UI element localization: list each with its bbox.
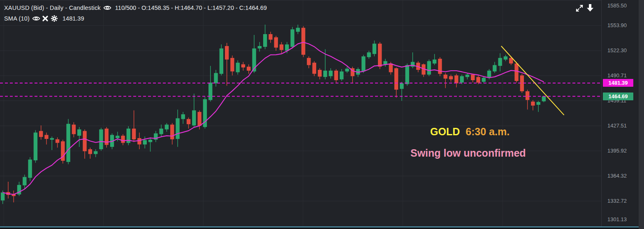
bottom-edge [0,227,644,229]
price-tick-label: 1553.90 [607,22,636,28]
candlestick-plot[interactable] [0,0,644,229]
eye-icon[interactable] [32,14,40,23]
symbol-legend-row: XAUUSD (Bid) - Daily - Candlestick 110/5… [4,2,267,13]
indicator-title[interactable]: SMA (10) [4,15,30,22]
sma-value-badge: 1481.39 [603,79,633,87]
symbol-title[interactable]: XAUUSD (Bid) - Daily - Candlestick [4,5,101,11]
last-price-badge: 1464.69 [603,93,633,100]
price-tick-label: 1490.71 [607,72,636,79]
chart-toolbar [575,3,595,13]
price-tick-label: 1395.92 [607,148,636,154]
trading-chart-window: XAUUSD (Bid) - Daily - Candlestick 110/5… [0,0,644,229]
price-tick-label: 1585.50 [607,2,636,9]
price-tick-label: 1364.32 [607,173,636,179]
annotation-time-label: 6:30 a.m. [466,126,510,137]
price-axis[interactable]: 1585.501553.901522.301490.711459.111427.… [602,0,639,227]
eye-icon[interactable] [103,4,111,12]
price-tick-label: 1301.13 [607,216,636,222]
annotation-gold-label: GOLD [430,126,460,137]
price-tick-label: 1332.72 [607,198,636,204]
price-tick-label: 1522.30 [607,47,636,53]
price-tick-label: 1427.51 [607,123,636,129]
gear-icon[interactable] [50,14,58,23]
expand-icon[interactable] [575,3,584,13]
annotation-swing-note[interactable]: Swing low unconfirmed [410,147,526,159]
download-icon[interactable] [586,3,595,13]
ohlc-summary: 110/500 - O:1458.35 - H:1464.70 - L:1457… [115,5,267,11]
annotation-gold-time[interactable]: GOLD 6:30 a.m. [430,126,510,138]
indicator-value: 1481.39 [63,15,84,22]
right-edge-strip [639,0,644,229]
remove-indicator-icon[interactable] [41,14,49,23]
chart-legend: XAUUSD (Bid) - Daily - Candlestick 110/5… [4,2,267,24]
indicator-legend-row: SMA (10) 1481.39 [4,13,267,24]
